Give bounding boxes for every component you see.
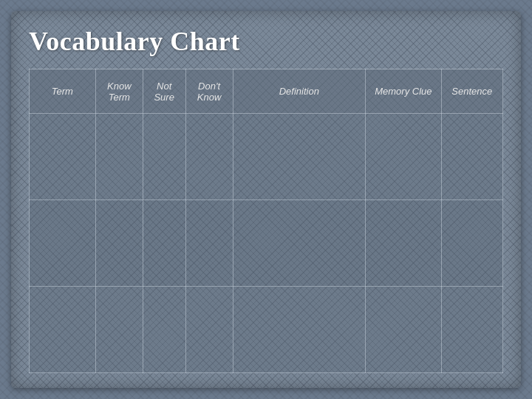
cell-dont-know: [185, 200, 233, 287]
cell-term: [30, 287, 96, 373]
table-row: [30, 287, 503, 373]
cell-definition: [233, 287, 365, 373]
cell-sentence: [441, 114, 502, 200]
cell-sentence: [441, 287, 502, 373]
cell-know-term: [95, 200, 143, 287]
cell-know-term: [95, 114, 143, 200]
page-title: Vocabulary Chart: [29, 26, 503, 57]
cell-not-sure: [143, 287, 185, 373]
page-container: Vocabulary Chart Term Know Term Not Sure…: [11, 11, 521, 388]
cell-memory-clue: [366, 200, 442, 287]
cell-definition: [233, 114, 365, 200]
cell-not-sure: [143, 114, 185, 200]
cell-memory-clue: [366, 287, 442, 373]
table-row: [30, 114, 503, 200]
cell-sentence: [441, 200, 502, 287]
cell-dont-know: [185, 287, 233, 373]
vocab-table: Term Know Term Not Sure Don't Know Defin…: [29, 69, 503, 373]
table-header-row: Term Know Term Not Sure Don't Know Defin…: [30, 69, 503, 114]
cell-term: [30, 200, 96, 287]
col-header-memory-clue: Memory Clue: [366, 69, 442, 114]
col-header-sentence: Sentence: [441, 69, 502, 114]
cell-dont-know: [185, 114, 233, 200]
cell-term: [30, 114, 96, 200]
cell-definition: [233, 200, 365, 287]
col-header-dont-know: Don't Know: [185, 69, 233, 114]
cell-not-sure: [143, 200, 185, 287]
col-header-not-sure: Not Sure: [143, 69, 185, 114]
cell-know-term: [95, 287, 143, 373]
table-row: [30, 200, 503, 287]
cell-memory-clue: [366, 114, 442, 200]
col-header-term: Term: [30, 69, 96, 114]
col-header-definition: Definition: [233, 69, 365, 114]
col-header-know-term: Know Term: [95, 69, 143, 114]
